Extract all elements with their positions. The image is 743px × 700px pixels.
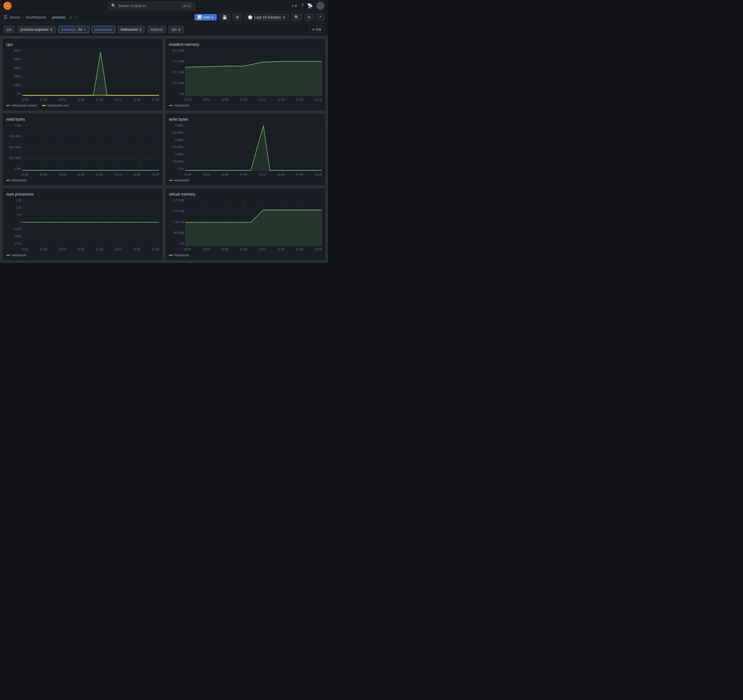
readbytes-chart-area	[22, 124, 159, 171]
dropdown-icon: ∨	[211, 15, 214, 19]
help-icon[interactable]: ?	[301, 3, 303, 9]
search-shortcut: ctrl+k	[181, 3, 192, 8]
legend-label-readbytes: helloworld	[12, 179, 26, 182]
writebytes-y-axis: 3 MB/s2.50 MB/s2 MB/s1.50 MB/s1 MB/s500 …	[169, 124, 184, 170]
virtmem-x-axis: 10:5410:5610:5811:0011:0211:0411:0611:08	[184, 248, 322, 251]
panel-resident-memory-chart: 95.4 MiB71.5 MiB47.7 MiB23.8 MiB0 B	[169, 49, 322, 101]
breadcrumb-current: process	[52, 15, 65, 19]
svg-point-1	[6, 4, 9, 7]
panel-cpu: cpu 500%400%300%200%100%0%	[2, 38, 163, 111]
legend-label-system: helloworld-system	[12, 104, 37, 107]
dashboard-grid: cpu 500%400%300%200%100%0%	[0, 36, 328, 263]
breadcrumb-dashboards[interactable]: Dashboards	[26, 15, 46, 19]
legend-label-virtmem: helloworld	[175, 253, 189, 257]
legend-color-virtmem	[169, 255, 173, 256]
panel-write-bytes: write bytes 3 MB/s2.50 MB/s2 MB/s1.50 MB…	[165, 113, 326, 186]
os-button[interactable]: ≡ OS	[309, 26, 324, 33]
numproc-chart-area	[22, 199, 159, 246]
panel-write-bytes-chart: 3 MB/s2.50 MB/s2 MB/s1.50 MB/s1 MB/s500 …	[169, 124, 322, 176]
writebytes-legend: helloworld	[169, 179, 322, 182]
nav-right: +∨ ? 📡	[292, 2, 324, 10]
panel-num-processes-title: num processes	[6, 192, 159, 197]
avatar[interactable]	[316, 2, 324, 10]
grafana-logo	[3, 2, 12, 10]
panel-virtual-memory-chart: 3.73 GiB2.79 GiB1.86 GiB954 MiB0 B	[169, 199, 322, 251]
panel-write-bytes-title: write bytes	[169, 117, 322, 121]
filter-right: ≡ OS	[309, 26, 324, 33]
legend-color-readbytes	[6, 180, 10, 181]
cpu-chart-area	[22, 49, 159, 96]
virtmem-chart-area	[185, 199, 322, 246]
refresh-button[interactable]: ↻	[305, 13, 314, 21]
interval-dropdown[interactable]: 1m ∨	[168, 26, 184, 33]
legend-item-resmem: helloworld	[169, 104, 189, 107]
processes-value-dropdown[interactable]: helloworld ∨	[118, 26, 145, 33]
cpu-legend: helloworld-system helloworld-user	[6, 104, 159, 107]
legend-color-resmem	[169, 105, 173, 106]
legend-color-numproc	[6, 255, 10, 256]
job-dropdown[interactable]: process-exporter ∨	[17, 26, 56, 33]
virtmem-legend: helloworld	[169, 253, 322, 257]
resmem-x-axis: 10:5410:5610:5811:0011:0211:0411:0611:08	[184, 98, 322, 101]
interval-label: interval	[147, 26, 166, 33]
instance-dropdown[interactable]: instance All ∨	[58, 26, 89, 33]
top-nav: 🔍 Search or jump to... ctrl+k +∨ ? 📡	[0, 0, 328, 12]
legend-item-writebytes: helloworld	[169, 179, 189, 182]
legend-label-user: helloworld-user	[47, 104, 69, 107]
collapse-button[interactable]: ^	[316, 13, 324, 21]
legend-color-writebytes	[169, 180, 173, 181]
legend-color-system	[6, 105, 10, 106]
numproc-y-axis: 1.301.201.1010.9000.8000.700	[6, 199, 21, 245]
legend-item-numproc: helloworld	[6, 253, 26, 257]
svg-marker-88	[185, 210, 322, 246]
breadcrumb-bar: ☰ Home › Dashboards › process ☆ ⋯ 📊 Add …	[0, 12, 328, 23]
breadcrumb-sep1: ›	[22, 15, 24, 19]
chart-icon: 📊	[197, 15, 202, 19]
filter-bar: job process-exporter ∨ instance All ∨ pr…	[0, 23, 328, 36]
panel-resident-memory-title: resident memory	[169, 42, 322, 47]
writebytes-x-axis: 10:5410:5610:5811:0011:0211:0411:0611:08	[184, 173, 322, 176]
menu-icon[interactable]: ☰	[3, 15, 7, 20]
legend-label-resmem: helloworld	[175, 104, 189, 107]
writebytes-chart-area	[185, 124, 322, 171]
search-bar[interactable]: 🔍 Search or jump to... ctrl+k	[108, 2, 195, 10]
cpu-y-axis: 500%400%300%200%100%0%	[6, 49, 21, 95]
share-icon[interactable]: ⋯	[75, 15, 79, 20]
legend-item-user: helloworld-user	[42, 104, 69, 107]
zoom-out-button[interactable]: 🔍	[291, 13, 302, 21]
search-icon: 🔍	[111, 3, 116, 8]
panel-read-bytes: read bytes 1 B/s750 mB/s500 mB/s250 mB/s…	[2, 113, 163, 186]
resmem-chart-area	[185, 49, 322, 96]
settings-button[interactable]: ⚙	[232, 13, 242, 21]
readbytes-legend: helloworld	[6, 179, 159, 182]
panel-resident-memory: resident memory 95.4 MiB71.5 MiB47.7 MiB…	[165, 38, 326, 111]
resmem-legend: helloworld	[169, 104, 322, 107]
save-button[interactable]: 💾	[219, 13, 230, 21]
readbytes-x-axis: 10:5410:5610:5811:0011:0211:0411:0611:08	[21, 173, 159, 176]
panel-cpu-title: cpu	[6, 42, 159, 47]
panel-virtual-memory: virtual memory 3.73 GiB2.79 GiB1.86 GiB9…	[165, 188, 326, 260]
time-range-button[interactable]: 🕐 Last 15 minutes ∨	[245, 13, 289, 21]
panel-num-processes-chart: 1.301.201.1010.9000.8000.700	[6, 199, 159, 251]
breadcrumb-sep2: ›	[49, 15, 50, 19]
plus-icon[interactable]: +∨	[292, 3, 297, 9]
search-placeholder: Search or jump to...	[118, 4, 149, 8]
processes-dropdown[interactable]: processes	[92, 26, 115, 33]
job-label: job	[3, 26, 15, 33]
add-button[interactable]: 📊 Add ∨	[194, 14, 217, 21]
numproc-x-axis: 10:5410:5610:5811:0011:0211:0411:0611:08	[21, 248, 159, 251]
virtmem-y-axis: 3.73 GiB2.79 GiB1.86 GiB954 MiB0 B	[169, 199, 184, 245]
panel-read-bytes-title: read bytes	[6, 117, 159, 121]
star-icon[interactable]: ☆	[69, 15, 73, 20]
legend-item-readbytes: helloworld	[6, 179, 26, 182]
notifications-icon[interactable]: 📡	[307, 3, 313, 9]
panel-read-bytes-chart: 1 B/s750 mB/s500 mB/s250 mB/s0 B/s	[6, 124, 159, 176]
legend-item-system: helloworld-system	[6, 104, 37, 107]
chevron-icon3: ∨	[139, 27, 142, 32]
panel-num-processes: num processes 1.301.201.1010.9000.8000.7…	[2, 188, 163, 260]
breadcrumb-home[interactable]: Home	[10, 15, 20, 19]
resmem-y-axis: 95.4 MiB71.5 MiB47.7 MiB23.8 MiB0 B	[169, 49, 184, 95]
cpu-x-axis: 10:5410:5610:5811:0011:0211:0411:0611:08	[21, 98, 159, 101]
panel-virtual-memory-title: virtual memory	[169, 192, 322, 197]
readbytes-y-axis: 1 B/s750 mB/s500 mB/s250 mB/s0 B/s	[6, 124, 21, 170]
